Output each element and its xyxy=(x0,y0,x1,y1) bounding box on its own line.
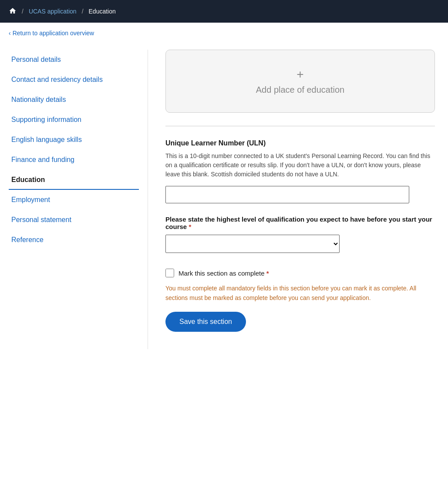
mark-complete-checkbox[interactable] xyxy=(165,269,174,277)
back-link-label: Return to application overview xyxy=(13,30,94,37)
warning-text: You must complete all mandatory fields i… xyxy=(165,283,435,303)
required-star: * xyxy=(189,223,191,230)
add-place-label: Add place of education xyxy=(256,85,345,95)
sidebar: Personal details Contact and residency d… xyxy=(0,50,148,349)
add-place-button[interactable]: + Add place of education xyxy=(165,50,435,113)
back-link-container: ‹ Return to application overview xyxy=(0,23,448,37)
mark-complete-section: Mark this section as complete * You must… xyxy=(165,269,435,332)
mark-complete-label-text: Mark this section as complete xyxy=(179,270,265,277)
mark-complete-star: * xyxy=(266,270,269,277)
save-button[interactable]: Save this section xyxy=(165,312,246,332)
topbar-sep1: / xyxy=(22,8,24,15)
qualification-label-text: Please state the highest level of qualif… xyxy=(165,216,432,230)
plus-icon: + xyxy=(296,67,303,81)
topbar-current-page: Education xyxy=(89,8,116,15)
sidebar-item-personal-statement[interactable]: Personal statement xyxy=(9,210,139,230)
qualification-select[interactable]: GCSE / Standard Grade A-Levels / Highers… xyxy=(165,235,340,253)
back-link[interactable]: ‹ Return to application overview xyxy=(9,30,94,37)
main-content: + Add place of education Unique Learner … xyxy=(148,50,448,349)
mark-complete-label[interactable]: Mark this section as complete * xyxy=(179,270,269,277)
chevron-left-icon: ‹ xyxy=(9,30,11,37)
uln-section: Unique Learner Number (ULN) This is a 10… xyxy=(165,139,435,203)
sidebar-item-supporting-info[interactable]: Supporting information xyxy=(9,110,139,130)
topbar-link-ucas[interactable]: UCAS application xyxy=(29,8,77,15)
sidebar-item-nationality[interactable]: Nationality details xyxy=(9,90,139,110)
sidebar-item-education[interactable]: Education xyxy=(9,170,139,190)
uln-description: This is a 10-digit number connected to a… xyxy=(165,152,435,179)
topbar: / UCAS application / Education xyxy=(0,0,448,23)
main-layout: Personal details Contact and residency d… xyxy=(0,50,448,349)
sidebar-item-english-language[interactable]: English language skills xyxy=(9,130,139,150)
sidebar-item-contact-residency[interactable]: Contact and residency details xyxy=(9,70,139,90)
sidebar-item-employment[interactable]: Employment xyxy=(9,190,139,210)
sidebar-item-finance-funding[interactable]: Finance and funding xyxy=(9,150,139,170)
uln-input[interactable] xyxy=(165,186,409,203)
topbar-sep2: / xyxy=(82,8,84,15)
sidebar-item-personal-details[interactable]: Personal details xyxy=(9,50,139,70)
mark-complete-row: Mark this section as complete * xyxy=(165,269,435,277)
uln-title: Unique Learner Number (ULN) xyxy=(165,139,435,147)
qualification-section: Please state the highest level of qualif… xyxy=(165,216,435,253)
sidebar-item-reference[interactable]: Reference xyxy=(9,230,139,250)
qualification-label: Please state the highest level of qualif… xyxy=(165,216,435,230)
home-icon[interactable] xyxy=(9,7,17,16)
section-divider xyxy=(165,126,435,126)
